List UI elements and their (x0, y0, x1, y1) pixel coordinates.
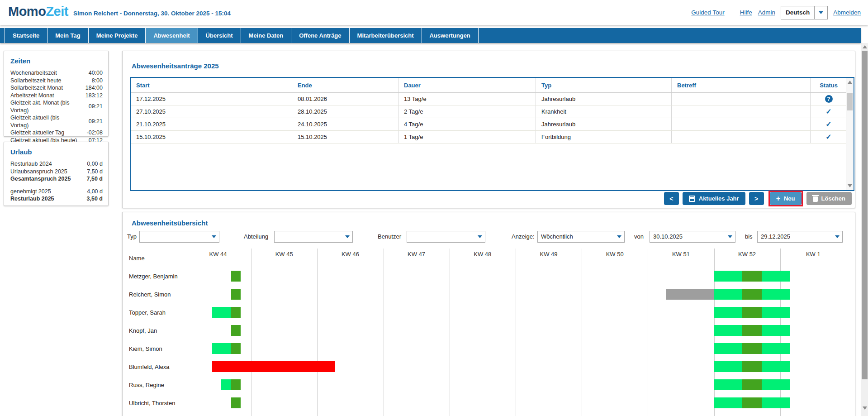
gantt-bar[interactable] (212, 343, 231, 354)
column-header-typ[interactable]: Typ (536, 78, 672, 92)
gantt-bar[interactable] (714, 325, 743, 336)
main-nav-tabs: StartseiteMein TagMeine ProjekteAbwesenh… (0, 28, 861, 43)
tab-meine-projekte[interactable]: Meine Projekte (89, 28, 146, 43)
table-scrollbar[interactable] (846, 78, 854, 190)
gantt-bar[interactable] (762, 307, 790, 318)
gantt-row: Metzger, Benjamin (123, 267, 855, 285)
gantt-bar[interactable] (666, 289, 714, 300)
gantt-bar[interactable] (231, 307, 241, 318)
table-scrollbar-thumb[interactable] (847, 93, 853, 110)
gantt-bar[interactable] (231, 271, 240, 282)
bis-date-select[interactable]: 29.12.2025 (757, 231, 843, 243)
gantt-bar[interactable] (762, 379, 790, 390)
von-date-select[interactable]: 30.10.2025 (650, 231, 735, 243)
cell-betreff (672, 93, 811, 105)
column-header-ende[interactable]: Ende (292, 78, 398, 92)
absence-overview-title: Abwesenheitsübersicht (132, 219, 208, 227)
plus-icon: + (776, 195, 780, 203)
abteilung-filter-select[interactable] (274, 231, 353, 243)
benutzer-filter-select[interactable] (407, 231, 485, 243)
gantt-bar[interactable] (231, 397, 240, 408)
column-header-dauer[interactable]: Dauer (398, 78, 536, 92)
table-row[interactable]: 17.12.202508.01.202613 Tag/eJahresurlaub… (131, 93, 854, 105)
page-scrollbar-thumb[interactable] (862, 51, 868, 379)
prev-year-button[interactable]: < (664, 192, 679, 205)
typ-filter-select[interactable] (139, 231, 219, 243)
page-scrollbar[interactable] (861, 43, 868, 416)
gantt-bar[interactable] (742, 325, 761, 336)
tab-übersicht[interactable]: Übersicht (198, 28, 241, 43)
column-header-status[interactable]: Status (811, 78, 847, 92)
gantt-bar[interactable] (714, 397, 743, 408)
gantt-bar[interactable] (231, 325, 240, 336)
gantt-bar[interactable] (742, 307, 761, 318)
tab-abwesenheit[interactable]: Abwesenheit (146, 28, 198, 43)
chevron-down-icon (212, 235, 216, 238)
new-request-button[interactable]: + Neu (770, 192, 802, 205)
stat-row: Gleitzeit akt. Monat (bis Vortag)09:21 (10, 99, 103, 114)
gantt-column-header: KW 45 (251, 251, 317, 258)
gantt-name-header: Name (129, 255, 145, 262)
gantt-bar[interactable] (231, 343, 241, 354)
gantt-bar[interactable] (212, 307, 231, 318)
table-actions: < Aktuelles Jahr > + Neu Löschen (660, 191, 852, 206)
table-header-row: StartEndeDauerTypBetreffStatus (131, 78, 854, 93)
tab-startseite[interactable]: Startseite (5, 28, 47, 43)
tab-auswertungen[interactable]: Auswertungen (422, 28, 479, 43)
gantt-bar[interactable] (221, 379, 230, 390)
gantt-bar[interactable] (212, 361, 335, 372)
gantt-bar[interactable] (742, 379, 761, 390)
stat-row: Urlaubsanspruch 20257,50 d (10, 168, 103, 176)
language-separator (814, 6, 815, 19)
gantt-bar[interactable] (231, 289, 240, 300)
gantt-bar[interactable] (762, 271, 790, 282)
gantt-bar[interactable] (231, 379, 241, 390)
next-year-button[interactable]: > (749, 192, 764, 205)
admin-link[interactable]: Admin (758, 9, 775, 16)
gantt-bar[interactable] (742, 361, 761, 372)
gantt-bar[interactable] (742, 289, 761, 300)
gantt-bar[interactable] (762, 343, 790, 354)
top-links: Guided Tour Hilfe Admin Deutsch Abmelden (691, 0, 861, 25)
table-row[interactable]: 27.10.202528.10.20252 Tag/eKrankheit✓ (131, 105, 854, 118)
gantt-bar[interactable] (762, 397, 790, 408)
tab-mitarbeiterübersicht[interactable]: Mitarbeiterübersicht (350, 28, 422, 43)
language-select[interactable]: Deutsch (781, 6, 828, 19)
column-header-betreff[interactable]: Betreff (672, 78, 811, 92)
anzeige-filter-select[interactable]: Wöchentlich (537, 231, 625, 243)
gantt-bar[interactable] (742, 271, 761, 282)
logout-link[interactable]: Abmelden (833, 9, 861, 16)
cell-typ: Jahresurlaub (536, 93, 672, 105)
gantt-bar[interactable] (762, 361, 790, 372)
gantt-bar[interactable] (762, 325, 790, 336)
tab-meine-daten[interactable]: Meine Daten (241, 28, 292, 43)
gantt-bar[interactable] (714, 271, 743, 282)
column-header-start[interactable]: Start (131, 78, 292, 92)
gantt-bar[interactable] (714, 361, 743, 372)
gantt-bar[interactable] (714, 343, 743, 354)
stat-value: -02:08 (87, 129, 103, 137)
status-pending-icon[interactable]: ? (825, 95, 833, 103)
gantt-bar[interactable] (762, 289, 790, 300)
tab-offene-anträge[interactable]: Offene Anträge (291, 28, 349, 43)
delete-button[interactable]: Löschen (806, 192, 852, 205)
scroll-down-icon[interactable] (848, 184, 852, 187)
gantt-bar[interactable] (714, 307, 743, 318)
current-year-button[interactable]: Aktuelles Jahr (683, 192, 745, 205)
gantt-bar[interactable] (714, 289, 743, 300)
gantt-row-name: Metzger, Benjamin (129, 267, 178, 285)
scroll-up-icon[interactable] (848, 81, 852, 84)
scroll-up-icon[interactable] (863, 45, 867, 48)
gantt-bar[interactable] (742, 397, 761, 408)
table-row[interactable]: 15.10.202515.10.20251 Tag/eFortbildung✓ (131, 131, 854, 143)
table-row[interactable]: 21.10.202524.10.20254 Tag/eJahresurlaub✓ (131, 118, 854, 131)
cell-start: 27.10.2025 (131, 105, 292, 118)
scroll-down-icon[interactable] (863, 406, 867, 410)
gantt-bar[interactable] (714, 379, 743, 390)
guided-tour-link[interactable]: Guided Tour (691, 9, 724, 16)
stat-value: 09:21 (89, 118, 103, 125)
gantt-bar[interactable] (742, 343, 761, 354)
stat-label: Wochenarbeitszeit (10, 69, 57, 77)
tab-mein-tag[interactable]: Mein Tag (47, 28, 88, 43)
help-link[interactable]: Hilfe (740, 9, 752, 16)
